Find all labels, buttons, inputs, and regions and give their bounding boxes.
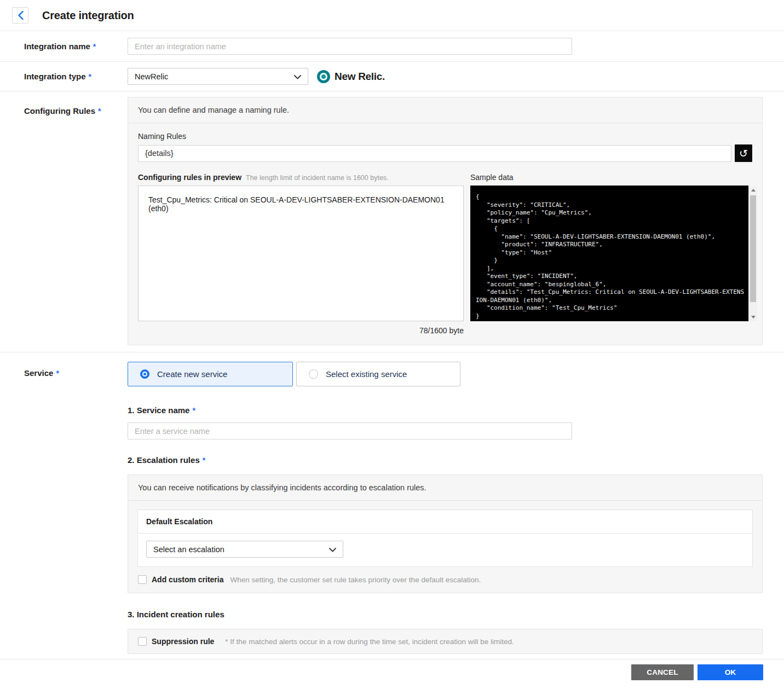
newrelic-logo: New Relic. — [317, 70, 385, 83]
required-asterisk: * — [56, 369, 59, 378]
required-asterisk: * — [192, 406, 195, 415]
preview-hint: The length limit of incident name is 160… — [246, 174, 389, 182]
configuring-rules-intro: You can define and manage a naming rule. — [128, 97, 762, 123]
create-integration-page: Create integration Integration name* Int… — [0, 0, 784, 689]
radio-select-existing-service[interactable]: Select existing service — [296, 362, 460, 386]
configuring-rules-panel: You can define and manage a naming rule.… — [128, 97, 763, 345]
newrelic-wordmark: New Relic. — [335, 71, 385, 83]
integration-name-input[interactable] — [128, 38, 572, 55]
suppression-rule-panel: Suppression rule * If the matched alerts… — [128, 629, 763, 654]
integration-type-label: Integration type — [24, 72, 86, 81]
configuring-rules-row: Configuring Rules* You can define and ma… — [0, 91, 784, 352]
escalation-intro: You can receive notifications by classif… — [128, 475, 762, 501]
required-asterisk: * — [93, 42, 96, 51]
page-header: Create integration — [0, 0, 784, 31]
suppression-rule-hint: * If the matched alerts occur in a row d… — [225, 638, 514, 646]
integration-type-row: Integration type* NewRelic New Relic. — [0, 62, 784, 91]
escalation-panel: You can receive notifications by classif… — [128, 474, 763, 593]
service-label: Service — [24, 368, 53, 378]
integration-type-select[interactable]: NewRelic — [128, 68, 308, 85]
footer-bar: CANCEL OK — [0, 659, 784, 689]
radio-icon — [309, 369, 318, 379]
integration-name-label: Integration name — [24, 42, 90, 51]
scroll-down-arrow[interactable] — [749, 312, 758, 321]
chevron-down-icon — [294, 72, 301, 81]
reset-icon: ↺ — [739, 148, 748, 159]
radio-icon — [140, 369, 149, 379]
add-custom-criteria-row: Add custom criteria When setting, the cu… — [128, 567, 762, 593]
back-button[interactable] — [12, 7, 28, 24]
chevron-left-icon — [18, 11, 24, 20]
preview-label: Configuring rules in preview — [138, 173, 241, 182]
scroll-up-arrow[interactable] — [749, 186, 758, 194]
ok-button[interactable]: OK — [697, 664, 763, 680]
service-row: Service* Create new service Select exist… — [0, 352, 784, 689]
default-escalation-label: Default Escalation — [138, 510, 752, 534]
escalation-select-value: Select an escalation — [153, 545, 224, 554]
radio-label: Create new service — [157, 369, 227, 379]
scrollbar[interactable] — [748, 186, 757, 321]
required-asterisk: * — [89, 72, 91, 81]
cancel-button[interactable]: CANCEL — [631, 664, 694, 680]
sample-data-box: { "severity": "CRITICAL", "policy_name":… — [470, 186, 757, 321]
escalation-rules-heading: 2. Escalation rules — [128, 455, 200, 465]
page-title: Create integration — [42, 9, 134, 22]
integration-type-value: NewRelic — [135, 72, 168, 81]
chevron-down-icon — [329, 545, 336, 554]
required-asterisk: * — [98, 107, 101, 115]
suppression-rule-checkbox[interactable] — [138, 637, 147, 646]
add-custom-criteria-hint: When setting, the customer set rule take… — [230, 576, 481, 584]
radio-label: Select existing service — [326, 369, 407, 379]
radio-create-new-service[interactable]: Create new service — [128, 362, 293, 386]
rules-preview-box: Test_Cpu_Metrics: Critical on SEOUL-A-DE… — [138, 186, 464, 321]
byte-counter: 78/1600 byte — [138, 326, 464, 335]
service-name-input[interactable] — [128, 422, 572, 439]
required-asterisk: * — [203, 456, 205, 465]
scrollbar-thumb[interactable] — [750, 195, 756, 302]
newrelic-circle-icon — [317, 70, 330, 83]
sample-data-label: Sample data — [470, 173, 757, 182]
service-name-heading: 1. Service name — [128, 406, 189, 415]
configuring-rules-label: Configuring Rules — [24, 106, 95, 115]
suppression-rule-label: Suppression rule — [152, 637, 214, 646]
incident-creation-rules-heading: 3. Incident creation rules — [128, 610, 224, 619]
integration-name-row: Integration name* — [0, 31, 784, 61]
sample-data-code: { "severity": "CRITICAL", "policy_name":… — [470, 186, 748, 321]
naming-rules-label: Naming Rules — [138, 132, 752, 141]
add-custom-criteria-checkbox[interactable] — [138, 575, 147, 584]
escalation-select[interactable]: Select an escalation — [146, 541, 343, 558]
preview-value: Test_Cpu_Metrics: Critical on SEOUL-A-DE… — [148, 195, 445, 213]
reset-button[interactable]: ↺ — [735, 144, 752, 162]
naming-rules-input[interactable] — [138, 145, 731, 162]
default-escalation-card: Default Escalation Select an escalation — [137, 509, 753, 567]
add-custom-criteria-label: Add custom criteria — [152, 575, 223, 584]
